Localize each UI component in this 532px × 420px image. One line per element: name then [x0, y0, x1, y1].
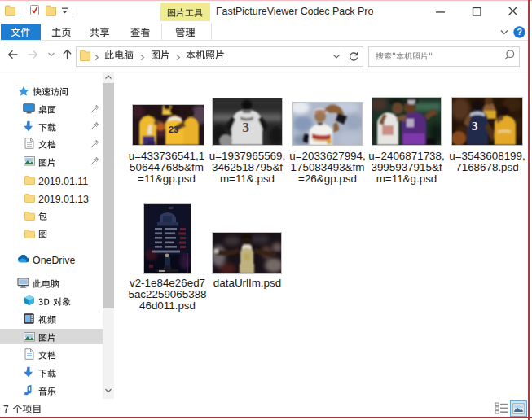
svg-text:?: ?	[517, 27, 522, 37]
svg-text:3: 3	[243, 120, 250, 135]
svg-text:3: 3	[472, 120, 478, 133]
svg-text:23: 23	[169, 125, 178, 134]
